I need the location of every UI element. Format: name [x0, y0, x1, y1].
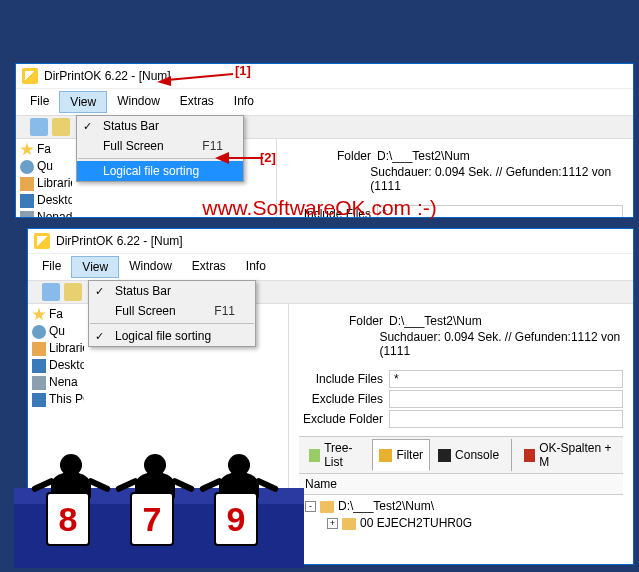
columns-icon — [524, 449, 535, 462]
sidebar-item[interactable]: This PC — [32, 391, 84, 408]
menu-item-logical-sort[interactable]: ✓ Logical file sorting — [89, 326, 255, 346]
menu-view[interactable]: View — [71, 256, 119, 278]
folder-value: D:\___Test2\Num — [389, 314, 482, 328]
menu-window[interactable]: Window — [107, 91, 170, 113]
folder-icon — [342, 518, 356, 530]
tab-strip: Tree-List Filter Console OK-Spalten + M — [299, 436, 623, 474]
sidebar-item[interactable]: Desktop — [32, 357, 84, 374]
menubar: File View Window Extras Info — [16, 89, 633, 115]
toolbar-icon[interactable] — [30, 118, 48, 136]
tab-filter[interactable]: Filter — [372, 439, 430, 471]
toolbar-icon[interactable] — [64, 283, 82, 301]
menu-item-fullscreen[interactable]: Full Screen F11 — [89, 301, 255, 321]
exclude-folder-input[interactable] — [389, 410, 623, 428]
toolbar-icon[interactable] — [52, 118, 70, 136]
filter-icon — [379, 449, 392, 462]
pc-icon — [32, 393, 46, 407]
folder-label: Folder — [287, 149, 377, 163]
svg-line-0 — [167, 74, 233, 80]
libraries-icon — [20, 177, 34, 191]
list-header-name[interactable]: Name — [299, 474, 623, 495]
exclude-files-label: Exclude Files — [299, 392, 389, 406]
search-info: Suchdauer: 0.094 Sek. // Gefunden:1112 v… — [379, 330, 623, 358]
tab-ok-spalten[interactable]: OK-Spalten + M — [518, 439, 619, 471]
app-icon — [22, 68, 38, 84]
svg-marker-3 — [215, 152, 229, 164]
separator — [90, 323, 254, 324]
folder-value: D:\___Test2\Num — [377, 149, 470, 163]
sidebar-item[interactable]: Qu — [20, 158, 72, 175]
tab-console[interactable]: Console — [432, 439, 505, 471]
sidebar-item[interactable]: Libraries — [32, 340, 84, 357]
menu-window[interactable]: Window — [119, 256, 182, 278]
gear-icon — [32, 325, 46, 339]
exclude-files-input[interactable] — [389, 390, 623, 408]
menubar: File View Window Extras Info — [28, 254, 633, 280]
sidebar: Fa Qu Libraries Desktop Nena This PC — [28, 304, 88, 543]
menu-file[interactable]: File — [32, 256, 71, 278]
app-window-1: DirPrintOK 6.22 - [Num] File View Window… — [15, 63, 634, 218]
user-icon — [32, 376, 46, 390]
menu-extras[interactable]: Extras — [182, 256, 236, 278]
arrow-2 — [215, 150, 265, 166]
toolbar-icon[interactable] — [42, 283, 60, 301]
app-window-2: DirPrintOK 6.22 - [Num] File View Window… — [27, 228, 634, 565]
desktop-icon — [32, 359, 46, 373]
view-dropdown: ✓ Status Bar Full Screen F11 Logical fil… — [76, 115, 244, 182]
arrow-1 — [155, 68, 235, 86]
search-info: Suchdauer: 0.094 Sek. // Gefunden:1112 v… — [370, 165, 623, 193]
folder-icon — [320, 501, 334, 513]
details-pane: Folder D:\___Test2\Num Suchdauer: 0.094 … — [288, 304, 633, 543]
annotation-1: [1] — [235, 63, 251, 78]
console-icon — [438, 449, 451, 462]
gear-icon — [20, 160, 34, 174]
menu-view[interactable]: View — [59, 91, 107, 113]
sidebar-item[interactable]: Qu — [32, 323, 84, 340]
check-icon: ✓ — [83, 120, 92, 133]
menu-info[interactable]: Info — [236, 256, 276, 278]
menu-item-statusbar[interactable]: ✓ Status Bar — [77, 116, 243, 136]
annotation-2: [2] — [260, 150, 276, 165]
folder-label: Folder — [299, 314, 389, 328]
titlebar[interactable]: DirPrintOK 6.22 - [Num] — [28, 229, 633, 254]
collapse-icon[interactable]: - — [305, 501, 316, 512]
menu-info[interactable]: Info — [224, 91, 264, 113]
tree-icon — [309, 449, 320, 462]
expand-icon[interactable]: + — [327, 518, 338, 529]
watermark: www.SoftwareOK.com :-) — [0, 196, 639, 220]
svg-marker-1 — [157, 76, 171, 86]
tree-row-child[interactable]: + 00 EJECH2TUHR0G — [305, 515, 617, 532]
include-files-label: Include Files — [299, 372, 389, 386]
sidebar-item[interactable]: Libraries — [20, 175, 72, 192]
menu-item-statusbar[interactable]: ✓ Status Bar — [89, 281, 255, 301]
menu-file[interactable]: File — [20, 91, 59, 113]
sidebar-item[interactable]: Fa — [32, 306, 84, 323]
menu-extras[interactable]: Extras — [170, 91, 224, 113]
star-icon — [20, 143, 34, 157]
tree-area: - D:\___Test2\Num\ + 00 EJECH2TUHR0G — [299, 495, 623, 535]
view-dropdown: ✓ Status Bar Full Screen F11 ✓ Logical f… — [88, 280, 256, 347]
sidebar-item[interactable]: Nena — [32, 374, 84, 391]
titlebar[interactable]: DirPrintOK 6.22 - [Num] — [16, 64, 633, 89]
window-title: DirPrintOK 6.22 - [Num] — [56, 234, 183, 248]
libraries-icon — [32, 342, 46, 356]
tree-row-root[interactable]: - D:\___Test2\Num\ — [305, 498, 617, 515]
exclude-folder-label: Exclude Folder — [299, 412, 389, 426]
window-title: DirPrintOK 6.22 - [Num] — [44, 69, 171, 83]
check-icon: ✓ — [95, 330, 104, 343]
tab-tree-list[interactable]: Tree-List — [303, 439, 370, 471]
check-icon: ✓ — [95, 285, 104, 298]
star-icon — [32, 308, 46, 322]
sidebar-item[interactable]: Fa — [20, 141, 72, 158]
app-icon — [34, 233, 50, 249]
include-files-input[interactable]: * — [389, 370, 623, 388]
